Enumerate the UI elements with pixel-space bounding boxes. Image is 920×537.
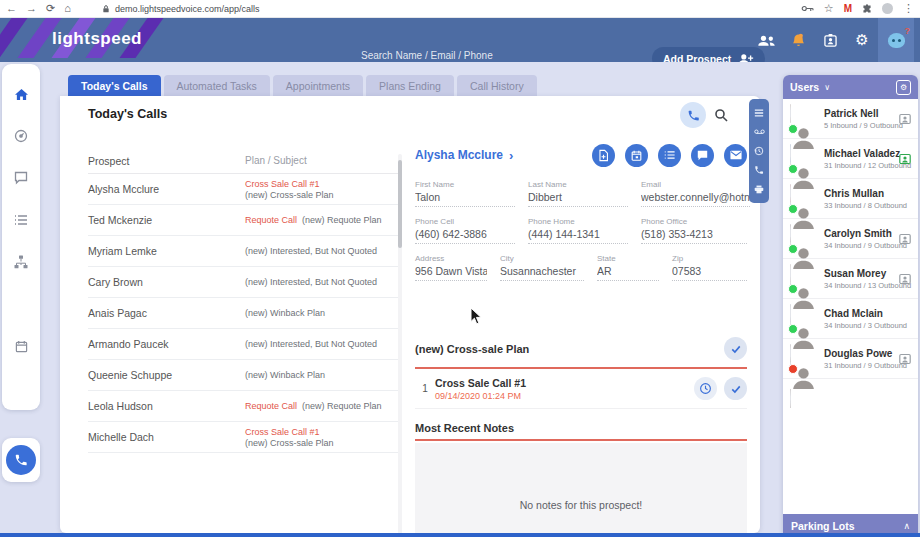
first-name-label: First Name	[415, 180, 515, 189]
task-list-icon[interactable]	[658, 144, 681, 167]
user-call-stats: 34 Inbound / 13 Outbound	[824, 281, 899, 290]
table-row[interactable]: Queenie Schuppe (new) Winback Plan	[88, 360, 398, 391]
softphone-button[interactable]	[6, 445, 36, 475]
user-item[interactable]: Carolyn Smith34 Inbound / 9 Outbound	[783, 219, 918, 259]
sms-chat-icon[interactable]	[691, 144, 714, 167]
notifications-bell-icon[interactable]	[782, 18, 814, 62]
complete-plan-check-icon[interactable]	[724, 337, 747, 360]
user-card-icon[interactable]	[899, 113, 911, 125]
zip-field[interactable]: 07583	[672, 265, 747, 281]
reschedule-clock-icon[interactable]	[694, 377, 717, 400]
sidebar-dialer-gauge-icon[interactable]	[13, 128, 29, 144]
phone-home-field[interactable]: (444) 144-1341	[528, 228, 628, 244]
tab-bar: Today's Calls Automated Tasks Appointmen…	[68, 75, 537, 96]
bot-face	[888, 33, 905, 48]
settings-gear-icon[interactable]: ⚙	[846, 18, 878, 62]
table-row[interactable]: Myriam Lemke (new) Interested, But Not Q…	[88, 236, 398, 267]
table-scrollbar[interactable]	[398, 154, 402, 537]
phone-office-field[interactable]: (518) 353-4213	[641, 228, 747, 244]
user-item[interactable]: Douglas Powe31 Inbound / 9 Outbound	[783, 339, 918, 379]
sidebar-list-icon[interactable]	[13, 212, 29, 228]
users-settings-gear-icon[interactable]: ⚙	[896, 80, 911, 95]
user-card-icon[interactable]	[899, 153, 911, 165]
user-item[interactable]: Chad Mclain34 Inbound / 3 Outbound	[783, 299, 918, 339]
users-caret-down-icon: ∨	[824, 83, 830, 92]
user-card-icon[interactable]	[899, 353, 911, 365]
users-icon[interactable]	[750, 18, 782, 62]
search-icon[interactable]	[714, 107, 730, 123]
city-field[interactable]: Susannachester	[500, 265, 584, 281]
email-icon[interactable]	[724, 144, 747, 167]
page-title: Today's Calls	[88, 107, 167, 121]
table-row[interactable]: Anais Pagac (new) Winback Plan	[88, 298, 398, 329]
forward-icon[interactable]: →	[26, 3, 37, 14]
first-name-field[interactable]: Talon	[415, 191, 515, 207]
user-name: Carolyn Smith	[824, 228, 899, 239]
tab-call-history[interactable]: Call History	[457, 75, 537, 96]
sidebar-messages-icon[interactable]	[13, 170, 29, 186]
plan-label: (new) Interested, But Not Quoted	[245, 277, 377, 287]
star-icon[interactable]: ☆	[824, 3, 834, 14]
prospect-name: Myriam Lemke	[88, 245, 245, 257]
notes-section-title: Most Recent Notes	[415, 422, 747, 434]
dock-voicemail-icon[interactable]	[754, 126, 765, 137]
overflow-menu-icon[interactable]: ⋮	[903, 3, 914, 14]
phone-cell-field[interactable]: (460) 642-3886	[415, 228, 515, 244]
notes-divider	[415, 439, 747, 441]
tab-todays-calls[interactable]: Today's Calls	[68, 75, 161, 96]
tab-automated-tasks[interactable]: Automated Tasks	[164, 75, 270, 96]
user-item[interactable]: Chris Mullan33 Inbound / 8 Outbound	[783, 179, 918, 219]
state-field[interactable]: AR	[597, 265, 659, 281]
scrollbar-thumb[interactable]	[398, 160, 402, 248]
user-item[interactable]: Michael Valadez31 Inbound / 12 Outbound	[783, 139, 918, 179]
help-question-mark: ?	[905, 26, 911, 36]
sidebar-workflow-icon[interactable]	[13, 254, 29, 270]
table-row[interactable]: Cary Brown (new) Interested, But Not Quo…	[88, 267, 398, 298]
table-row[interactable]: Ted Mckenzie Requote Call(new) Requote P…	[88, 205, 398, 236]
user-item[interactable]: Susan Morey34 Inbound / 13 Outbound	[783, 259, 918, 299]
prospect-name: Michelle Dach	[88, 431, 245, 443]
user-card-icon[interactable]	[899, 233, 911, 245]
dock-history-icon[interactable]	[754, 145, 765, 156]
refresh-icon[interactable]: ⟳	[46, 3, 55, 14]
dial-phone-button[interactable]	[680, 102, 706, 128]
dock-phone-icon[interactable]	[754, 165, 765, 176]
schedule-calendar-icon[interactable]	[625, 144, 648, 167]
user-card-icon[interactable]	[899, 273, 911, 285]
users-panel-header[interactable]: Users ∨ ⚙	[783, 75, 918, 99]
address-field[interactable]: 956 Dawn Vista	[415, 265, 487, 281]
add-prospect-button[interactable]: Add Prospect	[652, 47, 765, 62]
extension-puzzle-icon[interactable]	[862, 4, 872, 14]
table-row[interactable]: Armando Paucek (new) Interested, But Not…	[88, 329, 398, 360]
prospect-detail-link[interactable]: Alysha Mcclure ›	[415, 148, 513, 163]
tab-appointments[interactable]: Appointments	[273, 75, 363, 96]
plan-task-row[interactable]: 1 Cross Sale Call #1 09/14/2020 01:24 PM	[415, 369, 747, 409]
help-bot-icon[interactable]: ?	[878, 18, 914, 62]
user-item[interactable]: Patrick Nell5 Inbound / 9 Outbound	[783, 99, 918, 139]
key-icon[interactable]	[801, 5, 814, 12]
back-icon[interactable]: ←	[6, 3, 17, 14]
sidebar-home-icon[interactable]	[13, 86, 29, 102]
tab-plans-ending[interactable]: Plans Ending	[366, 75, 454, 96]
plan-label: (new) Cross-sale Plan	[245, 190, 334, 200]
contact-badge-icon[interactable]	[814, 18, 846, 62]
email-field[interactable]: webster.connelly@hotn	[641, 191, 750, 207]
last-name-field[interactable]: Dibbert	[528, 191, 628, 207]
sidebar-calendar-icon[interactable]	[13, 338, 29, 354]
user-call-stats: 31 Inbound / 12 Outbound	[824, 161, 899, 170]
gmail-icon[interactable]: M	[844, 3, 852, 14]
table-row[interactable]: Alysha Mcclure Cross Sale Call #1(new) C…	[88, 174, 398, 205]
browser-profile-avatar[interactable]	[882, 3, 893, 14]
table-row[interactable]: Michelle Dach Cross Sale Call #1(new) Cr…	[88, 422, 398, 453]
prospect-name: Armando Paucek	[88, 338, 245, 350]
dock-menu-icon[interactable]	[754, 107, 765, 118]
city-label: City	[500, 254, 584, 263]
search-input[interactable]	[360, 48, 656, 62]
home-icon[interactable]: ⌂	[64, 3, 71, 14]
dock-fax-icon[interactable]	[754, 184, 765, 195]
table-row[interactable]: Leola Hudson Requote Call(new) Requote P…	[88, 391, 398, 422]
add-note-icon[interactable]	[592, 144, 615, 167]
plan-label: (new) Requote Plan	[302, 215, 382, 225]
url-bar[interactable]: demo.lightspeedvoice.com/app/calls	[80, 4, 260, 14]
complete-task-check-icon[interactable]	[724, 377, 747, 400]
